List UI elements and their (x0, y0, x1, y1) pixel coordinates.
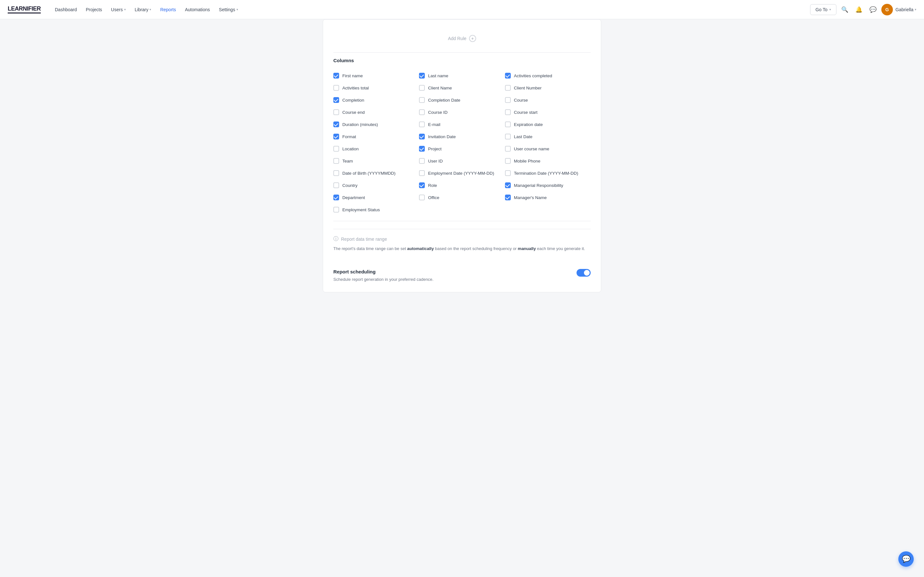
checkbox-last-date[interactable]: Last Date (505, 131, 591, 143)
checkbox-format[interactable]: Format (333, 131, 419, 143)
checkbox-email-input[interactable] (419, 121, 425, 127)
checkbox-client-number-input[interactable] (505, 85, 511, 91)
messages-button[interactable]: 💬 (867, 4, 879, 15)
checkbox-employment-date[interactable]: Employment Date (YYYY-MM-DD) (419, 167, 505, 179)
checkbox-user-course-name-input[interactable] (505, 146, 511, 152)
checkbox-date-of-birth-input[interactable] (333, 170, 339, 176)
checkbox-duration-label: Duration (minutes) (342, 122, 378, 127)
checkbox-managerial-responsibility[interactable]: Managerial Responsibility (505, 179, 591, 191)
checkbox-last-name[interactable]: Last name (419, 69, 505, 82)
checkbox-completion-date[interactable]: Completion Date (419, 94, 505, 106)
checkbox-course-end-input[interactable] (333, 109, 339, 115)
checkbox-last-date-input[interactable] (505, 134, 511, 139)
checkbox-country[interactable]: Country (333, 179, 419, 191)
nav-item-automations[interactable]: Automations (181, 5, 214, 15)
checkbox-user-course-name[interactable]: User course name (505, 143, 591, 155)
checkbox-date-of-birth[interactable]: Date of Birth (YYYYMMDD) (333, 167, 419, 179)
checkbox-project-input[interactable] (419, 146, 425, 152)
checkbox-client-name-input[interactable] (419, 85, 425, 91)
goto-button[interactable]: Go To ▾ (810, 4, 837, 15)
checkbox-expiration-date-label: Expiration date (514, 122, 543, 127)
checkbox-activities-total[interactable]: Activities total (333, 82, 419, 94)
checkbox-client-number[interactable]: Client Number (505, 82, 591, 94)
checkbox-invitation-date-input[interactable] (419, 134, 425, 139)
nav-item-reports[interactable]: Reports (156, 5, 180, 15)
checkbox-first-name[interactable]: First name (333, 69, 419, 82)
checkbox-employment-status-input[interactable] (333, 207, 339, 213)
notifications-button[interactable]: 🔔 (853, 4, 865, 15)
checkbox-completion-input[interactable] (333, 97, 339, 103)
checkbox-course-end[interactable]: Course end (333, 106, 419, 118)
checkbox-duration[interactable]: Duration (minutes) (333, 118, 419, 131)
checkbox-user-id[interactable]: User ID (419, 155, 505, 167)
logo[interactable]: LEARNIFIER (8, 5, 41, 13)
checkbox-course-start[interactable]: Course start (505, 106, 591, 118)
checkbox-activities-completed-input[interactable] (505, 73, 511, 79)
checkbox-managers-name[interactable]: Manager's Name (505, 191, 591, 203)
checkbox-course-end-label: Course end (342, 110, 365, 115)
checkbox-course[interactable]: Course (505, 94, 591, 106)
checkbox-email-label: E-mail (428, 122, 440, 127)
checkbox-location-input[interactable] (333, 146, 339, 152)
nav-item-dashboard[interactable]: Dashboard (51, 5, 81, 15)
checkbox-email[interactable]: E-mail (419, 118, 505, 131)
checkbox-project[interactable]: Project (419, 143, 505, 155)
checkbox-employment-status[interactable]: Employment Status (333, 203, 419, 216)
checkbox-invitation-date[interactable]: Invitation Date (419, 131, 505, 143)
checkbox-course-id[interactable]: Course ID (419, 106, 505, 118)
user-name[interactable]: Gabriella ▾ (895, 7, 916, 12)
checkbox-department[interactable]: Department (333, 191, 419, 203)
checkbox-completion-date-input[interactable] (419, 97, 425, 103)
checkbox-country-input[interactable] (333, 182, 339, 188)
checkbox-mobile-phone[interactable]: Mobile Phone (505, 155, 591, 167)
nav-item-library[interactable]: Library ▾ (131, 5, 155, 15)
checkbox-managers-name-input[interactable] (505, 195, 511, 200)
checkbox-activities-completed[interactable]: Activities completed (505, 69, 591, 82)
divider-2 (333, 221, 591, 221)
checkbox-managerial-responsibility-label: Managerial Responsibility (514, 183, 564, 188)
checkbox-user-id-input[interactable] (419, 158, 425, 164)
checkbox-team-input[interactable] (333, 158, 339, 164)
checkbox-mobile-phone-input[interactable] (505, 158, 511, 164)
checkbox-client-name[interactable]: Client Name (419, 82, 505, 94)
checkbox-activities-total-input[interactable] (333, 85, 339, 91)
checkbox-termination-date-input[interactable] (505, 170, 511, 176)
checkbox-expiration-date[interactable]: Expiration date (505, 118, 591, 131)
checkbox-course-input[interactable] (505, 97, 511, 103)
checkbox-course-id-input[interactable] (419, 109, 425, 115)
checkbox-role-input[interactable] (419, 182, 425, 188)
add-rule-button[interactable]: + (469, 35, 476, 42)
checkbox-employment-date-label: Employment Date (YYYY-MM-DD) (428, 171, 494, 176)
goto-chevron-icon: ▾ (829, 8, 831, 11)
search-icon: 🔍 (841, 6, 848, 13)
main-content: Add Rule + Columns First name Last name (318, 19, 606, 305)
checkbox-office[interactable]: Office (419, 191, 505, 203)
checkbox-first-name-input[interactable] (333, 73, 339, 79)
checkbox-last-name-input[interactable] (419, 73, 425, 79)
checkbox-team-label: Team (342, 159, 353, 163)
checkbox-format-input[interactable] (333, 134, 339, 139)
avatar[interactable]: G (881, 4, 893, 15)
time-range-title-text: Report data time range (341, 237, 387, 242)
checkbox-role[interactable]: Role (419, 179, 505, 191)
checkbox-expiration-date-input[interactable] (505, 121, 511, 127)
nav-item-projects[interactable]: Projects (82, 5, 106, 15)
checkbox-office-input[interactable] (419, 195, 425, 200)
checkbox-department-input[interactable] (333, 195, 339, 200)
checkbox-team[interactable]: Team (333, 155, 419, 167)
checkbox-activities-total-label: Activities total (342, 85, 369, 90)
checkbox-termination-date[interactable]: Termination Date (YYYY-MM-DD) (505, 167, 591, 179)
scheduling-toggle[interactable] (577, 269, 591, 277)
search-button[interactable]: 🔍 (839, 4, 851, 15)
nav-item-settings[interactable]: Settings ▾ (215, 5, 242, 15)
checkbox-managerial-responsibility-input[interactable] (505, 182, 511, 188)
checkbox-completion[interactable]: Completion (333, 94, 419, 106)
columns-title: Columns (333, 58, 591, 63)
checkbox-user-id-label: User ID (428, 159, 443, 163)
nav-item-users[interactable]: Users ▾ (107, 5, 129, 15)
checkbox-employment-date-input[interactable] (419, 170, 425, 176)
time-range-title-row: ⓘ Report data time range (333, 235, 591, 242)
checkbox-location[interactable]: Location (333, 143, 419, 155)
checkbox-duration-input[interactable] (333, 121, 339, 127)
checkbox-course-start-input[interactable] (505, 109, 511, 115)
